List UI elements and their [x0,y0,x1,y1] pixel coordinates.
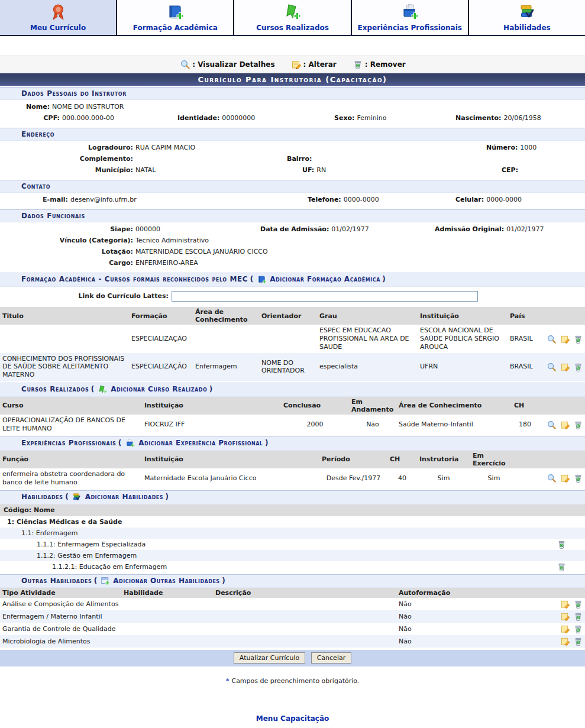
tab-label: Formação Acadêmica [133,24,218,32]
edit-icon[interactable] [561,625,570,633]
section-formacao: Formação Acadêmica - Cursos formais reco… [0,273,585,287]
delete-icon[interactable] [574,335,583,344]
cargo-value: ENFERMEIRO-AREA [135,259,198,267]
tree-item: 1: Ciências Médicas e da Saúde [0,516,585,528]
celular-value: 0000-0000 [486,196,522,203]
vinculo-value: Tecnico Administrativo [135,237,209,244]
curso-row: OPERACIONALIZAÇÃO DE BANCOS DE LEITE HUM… [0,415,585,435]
col-ch: CH [512,397,538,415]
tab-label: Habilidades [503,24,551,32]
col-instituicao: Instituição [142,451,319,468]
view-details-icon[interactable] [547,474,556,483]
delete-icon[interactable] [574,625,583,633]
delete-icon[interactable] [574,637,583,646]
col-habilidade: Habilidade [121,588,213,598]
view-details-icon[interactable] [547,335,556,344]
col-curso: Curso [0,397,142,415]
col-periodo: Período [319,451,387,468]
tab-label: Cursos Realizados [256,24,329,32]
tab-habilidades[interactable]: Habilidades [469,0,585,35]
tab-formacao-academica[interactable]: Formação Acadêmica [117,0,234,35]
edit-note-icon [292,60,301,69]
curriculo-page: Meu Currículo Formação Acadêmica [0,0,585,728]
sexo-label: Sexo: [334,114,354,122]
medal-icon [50,2,66,22]
delete-icon[interactable] [574,474,583,483]
cargo-label: Cargo: [0,257,133,268]
telefone-label: Telefone: [308,196,341,203]
col-andamento: Em Andamento [349,397,396,415]
bairro-label: Bairro: [287,155,312,163]
edit-icon[interactable] [561,420,570,429]
add-outras-habilidades-link[interactable]: Adicionar Outras Habilidades [113,577,219,585]
cancelar-button[interactable]: Cancelar [311,652,352,664]
view-details-icon[interactable] [547,363,556,371]
archive-add-icon [125,439,135,448]
outra-habilidade-row: Microbiologia de Alimentos Não [0,635,585,648]
lattes-label: Link do Currículo Lattes: [0,290,169,302]
section-outras-habilidades: Outras Habilidades ( Adicionar Outras Ha… [0,574,585,588]
tab-cursos-realizados[interactable]: Cursos Realizados [234,0,351,35]
admissao-label: Data de Admissão: [260,225,329,233]
delete-icon[interactable] [557,540,566,549]
magnifier-icon [180,60,190,69]
telefone-value: 0000-0000 [344,196,379,203]
section-contato: Contato [0,180,585,193]
admissao-original-value: 01/02/1977 [506,225,544,233]
col-titulo: Titulo [0,307,129,325]
tab-label: Meu Currículo [30,24,86,32]
col-pais: País [508,307,536,325]
lotacao-value: MATERNIDADE ESCOLA JANUÁRIO CICCO [135,248,268,255]
col-conclusao: Conclusão [281,397,349,415]
col-orientador: Orientador [259,307,317,325]
legend-remove: : Remover [352,60,406,69]
atualizar-curriculo-button[interactable]: Atualizar Currículo [234,652,305,664]
menu-capacitacao-link[interactable]: Menu Capacitação [256,714,329,723]
delete-icon[interactable] [557,562,566,571]
formacao-row: ESPECIALIZAÇÃO ESPEC EM EDUCACAO PROFISS… [0,325,585,352]
delete-icon[interactable] [574,612,583,621]
siape-label: Siape: [0,224,133,235]
edit-icon[interactable] [561,363,570,371]
col-instituicao: Instituição [142,397,281,415]
view-details-icon[interactable] [547,420,556,429]
experiencias-table: Função Instituição Período CH Instrutori… [0,451,585,488]
add-curso-link[interactable]: Adicionar Curso Realizado [111,385,207,393]
add-formacao-link[interactable]: Adicionar Formação Acadêmica [270,275,380,283]
add-habilidades-link[interactable]: Adicionar Habilidades [85,493,163,501]
formacao-table: Titulo Formação Área de Conhecimento Ori… [0,307,585,381]
numero-value: 1000 [520,144,536,151]
section-habilidades: Habilidades ( Adicionar Habilidades ) [0,490,585,504]
book-add-icon [166,2,185,22]
edit-icon[interactable] [561,637,570,646]
legend-view: : Visualizar Detalhes [179,60,274,69]
delete-icon[interactable] [574,420,583,429]
nome-label: Nome: [26,103,50,111]
add-experiencia-link[interactable]: Adicionar Experiência Profissional [138,439,263,447]
edit-icon[interactable] [561,335,570,344]
nome-value: NOME DO INSTRUTOR [52,103,124,111]
col-ch: CH [387,451,417,468]
tab-experiencias-profissionais[interactable]: Experiências Profissionais [352,0,469,35]
edit-icon[interactable] [561,600,570,609]
email-label: E-mail: [0,194,68,205]
tab-meu-curriculo[interactable]: Meu Currículo [0,0,117,35]
lattes-input[interactable] [172,291,478,302]
delete-icon[interactable] [574,600,583,609]
formacao-header-row: Titulo Formação Área de Conhecimento Ori… [0,307,585,325]
tree-item: 1.1: Enfermagem [0,528,585,539]
identidade-value: 00000000 [222,114,255,122]
section-cursos: Cursos Realizados ( Adicionar Curso Real… [0,383,585,397]
books-check-icon [518,2,536,22]
trash-icon [353,60,363,69]
edit-icon[interactable] [561,474,570,483]
book-add-icon [257,275,267,284]
archive-add-icon [400,2,420,22]
tree-item: 1.1.2.1: Educação em Enfermagem [0,561,585,572]
delete-icon[interactable] [574,363,583,371]
experiencias-header-row: Função Instituição Período CH Instrutori… [0,451,585,468]
legend-alter: : Alterar [290,60,337,69]
admissao-original-label: Admissão Original: [435,225,504,233]
celular-label: Celular: [455,196,484,203]
edit-icon[interactable] [561,612,570,621]
